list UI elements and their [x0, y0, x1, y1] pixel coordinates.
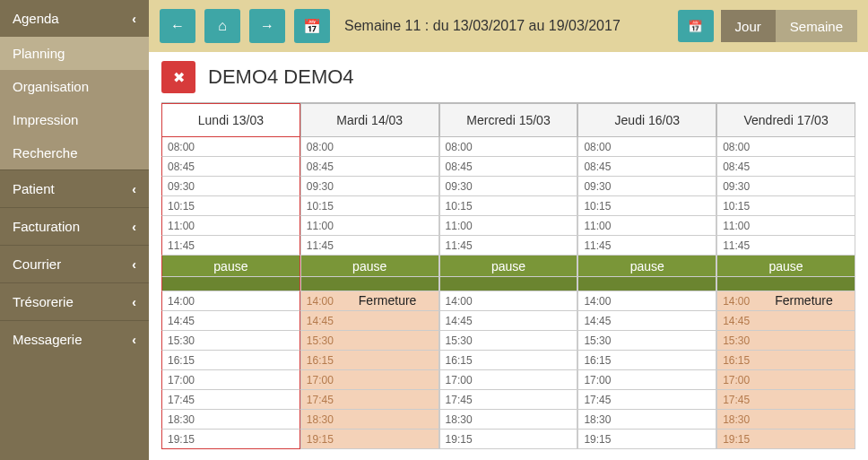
time-slot[interactable]: 17:00 [577, 370, 716, 390]
slot-time: 15:30 [446, 334, 473, 347]
time-slot[interactable]: 09:30 [716, 177, 855, 196]
slot-time: 14:00 [584, 295, 611, 308]
time-slot[interactable]: 17:45 [716, 390, 855, 410]
time-slot[interactable]: 14:00 [439, 291, 578, 311]
view-day-button[interactable]: Jour [721, 10, 776, 42]
time-slot[interactable]: 08:00 [300, 137, 439, 157]
sidebar-section-messagerie[interactable]: Messagerie ‹ [0, 320, 149, 358]
time-slot[interactable]: 17:00 [439, 370, 578, 390]
time-slot[interactable]: 14:00 [577, 291, 716, 311]
time-slot[interactable]: 14:45 [577, 311, 716, 331]
time-slot[interactable]: 11:45 [161, 236, 300, 256]
time-slot[interactable]: 10:15 [300, 196, 439, 216]
time-slot[interactable]: 16:15 [300, 351, 439, 370]
time-slot[interactable]: 10:15 [577, 196, 716, 216]
sidebar-item-impression[interactable]: Impression [0, 103, 149, 136]
next-button[interactable]: → [249, 9, 285, 43]
time-slot[interactable]: 19:15 [716, 430, 855, 449]
time-slot[interactable]: 19:15 [300, 430, 439, 449]
slot-time: 18:30 [168, 413, 195, 426]
time-slot[interactable]: 18:30 [577, 410, 716, 430]
time-slot[interactable]: 17:00 [300, 370, 439, 390]
time-slot[interactable]: 14:45 [716, 311, 855, 331]
time-slot[interactable]: 14:45 [300, 311, 439, 331]
time-slot[interactable]: 11:45 [300, 236, 439, 256]
time-slot[interactable]: 11:45 [577, 236, 716, 256]
time-slot[interactable]: 08:45 [439, 157, 578, 177]
time-slot[interactable]: 08:00 [439, 137, 578, 157]
time-slot[interactable]: 11:00 [161, 216, 300, 236]
day-header[interactable]: Vendredi 17/03 [716, 103, 855, 137]
time-slot[interactable]: 08:45 [577, 157, 716, 177]
time-slot[interactable]: 17:45 [300, 390, 439, 410]
home-button[interactable]: ⌂ [204, 9, 240, 43]
time-slot[interactable]: 17:45 [439, 390, 578, 410]
time-slot[interactable]: 11:45 [716, 236, 855, 256]
time-slot[interactable]: 19:15 [161, 430, 300, 449]
slot-time: 14:45 [446, 315, 473, 327]
time-slot[interactable]: 15:30 [716, 331, 855, 351]
time-slot[interactable]: 11:00 [577, 216, 716, 236]
time-slot[interactable]: 14:45 [161, 311, 300, 331]
day-header[interactable]: Lundi 13/03 [161, 103, 300, 137]
time-slot[interactable]: 19:15 [439, 430, 578, 449]
time-slot[interactable]: 19:15 [577, 430, 716, 449]
time-slot[interactable]: 18:30 [716, 410, 855, 430]
event-fermeture[interactable]: Fermeture [359, 293, 435, 308]
time-slot[interactable]: 14:00Fermeture [300, 291, 439, 311]
time-slot[interactable]: 15:30 [439, 331, 578, 351]
time-slot[interactable]: 14:45 [439, 311, 578, 331]
sidebar-item-recherche[interactable]: Recherche [0, 136, 149, 169]
time-slot[interactable]: 17:45 [577, 390, 716, 410]
time-slot[interactable]: 15:30 [161, 331, 300, 351]
time-slot[interactable]: 14:00 [161, 291, 300, 311]
sidebar-item-planning[interactable]: Planning [0, 37, 149, 70]
time-slot[interactable]: 14:00Fermeture [716, 291, 855, 311]
time-slot[interactable]: 10:15 [439, 196, 578, 216]
day-header[interactable]: Mardi 14/03 [300, 103, 439, 137]
sidebar-item-organisation[interactable]: Organisation [0, 70, 149, 103]
time-slot[interactable]: 10:15 [716, 196, 855, 216]
time-slot[interactable]: 16:15 [439, 351, 578, 370]
slot-time: 14:00 [168, 295, 195, 308]
time-slot[interactable]: 11:00 [716, 216, 855, 236]
time-slot[interactable]: 15:30 [300, 331, 439, 351]
period-label: Semaine 11 : du 13/03/2017 au 19/03/2017 [344, 18, 669, 34]
sidebar-section-agenda[interactable]: Agenda ‹ [0, 0, 149, 37]
time-slot[interactable]: 09:30 [577, 177, 716, 196]
time-slot[interactable]: 11:00 [300, 216, 439, 236]
prev-button[interactable]: ← [160, 9, 195, 43]
time-slot[interactable]: 09:30 [439, 177, 578, 196]
sidebar-section-patient[interactable]: Patient ‹ [0, 169, 149, 207]
time-slot[interactable]: 17:00 [716, 370, 855, 390]
sidebar-section-tresorerie[interactable]: Trésorerie ‹ [0, 282, 149, 320]
time-slot[interactable]: 16:15 [577, 351, 716, 370]
day-header[interactable]: Jeudi 16/03 [577, 103, 716, 137]
day-header[interactable]: Mercredi 15/03 [439, 103, 578, 137]
sidebar-section-facturation[interactable]: Facturation ‹ [0, 207, 149, 245]
time-slot[interactable]: 17:00 [161, 370, 300, 390]
time-slot[interactable]: 08:00 [716, 137, 855, 157]
time-slot[interactable]: 11:45 [439, 236, 578, 256]
time-slot[interactable]: 18:30 [439, 410, 578, 430]
time-slot[interactable]: 09:30 [300, 177, 439, 196]
view-week-button[interactable]: Semaine [776, 10, 857, 42]
time-slot[interactable]: 08:45 [300, 157, 439, 177]
time-slot[interactable]: 11:00 [439, 216, 578, 236]
calendar-view-button[interactable]: 📅 [678, 10, 714, 42]
event-fermeture[interactable]: Fermeture [775, 293, 851, 308]
time-slot[interactable]: 08:00 [161, 137, 300, 157]
time-slot[interactable]: 15:30 [577, 331, 716, 351]
calendar-button[interactable]: 📅 [294, 9, 330, 43]
time-slot[interactable]: 08:00 [577, 137, 716, 157]
time-slot[interactable]: 18:30 [300, 410, 439, 430]
time-slot[interactable]: 08:45 [161, 157, 300, 177]
time-slot[interactable]: 18:30 [161, 410, 300, 430]
time-slot[interactable]: 16:15 [161, 351, 300, 370]
time-slot[interactable]: 08:45 [716, 157, 855, 177]
sidebar-section-courrier[interactable]: Courrier ‹ [0, 245, 149, 282]
time-slot[interactable]: 16:15 [716, 351, 855, 370]
time-slot[interactable]: 17:45 [161, 390, 300, 410]
time-slot[interactable]: 10:15 [161, 196, 300, 216]
time-slot[interactable]: 09:30 [161, 177, 300, 196]
